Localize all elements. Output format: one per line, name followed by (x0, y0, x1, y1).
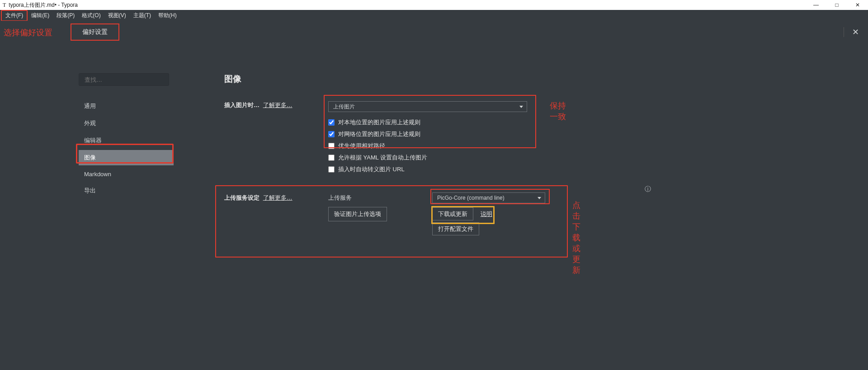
annotation-keep-consistent: 保持一致 (550, 100, 568, 122)
check-relative-path-box[interactable] (328, 143, 335, 149)
search-input[interactable] (79, 73, 169, 86)
upload-section-label: 上传服务设定 (224, 194, 259, 201)
sidebar-item-editor[interactable]: 编辑器 (79, 133, 174, 148)
preferences-tab[interactable]: 偏好设置 (71, 23, 119, 41)
menu-help[interactable]: 帮助(H) (155, 11, 180, 20)
menubar: 文件(F) 编辑(E) 段落(P) 格式(O) 视图(V) 主题(T) 帮助(H… (0, 10, 868, 21)
download-update-button[interactable]: 下载或更新 (432, 207, 473, 220)
menu-view[interactable]: 视图(V) (104, 11, 130, 20)
check-yaml-upload-label: 允许根据 YAML 设置自动上传图片 (338, 154, 427, 162)
check-escape-url[interactable]: 插入时自动转义图片 URL (328, 165, 568, 173)
maximize-button[interactable]: □ (826, 0, 847, 10)
help-icon[interactable]: ⓘ (645, 185, 651, 193)
check-relative-path-label: 优先使用相对路径 (338, 142, 385, 150)
check-yaml-upload[interactable]: 允许根据 YAML 设置自动上传图片 (328, 154, 568, 162)
check-local-rule[interactable]: 对本地位置的图片应用上述规则 (328, 118, 568, 126)
insert-action-dropdown[interactable]: 上传图片 (328, 101, 527, 112)
check-local-rule-label: 对本地位置的图片应用上述规则 (338, 118, 420, 126)
open-config-button[interactable]: 打开配置文件 (432, 222, 479, 235)
sidebar-item-image[interactable]: 图像 (79, 150, 174, 165)
titlebar: T typora上传图片.md• - Typora — □ ✕ (0, 0, 868, 10)
check-network-rule-box[interactable] (328, 131, 335, 137)
check-relative-path[interactable]: 优先使用相对路径 (328, 142, 568, 150)
close-button[interactable]: ✕ (847, 0, 868, 10)
settings-panel: 图像 插入图片时… 了解更多… 上传图片 对本地位置的图片应用上述规则 (224, 73, 568, 233)
check-escape-url-box[interactable] (328, 166, 335, 173)
preferences-content: 通用 外观 编辑器 图像 Markdown 导出 图像 插入图片时… 了解更多…… (0, 42, 868, 233)
insert-action-value: 上传图片 (333, 103, 355, 111)
menu-theme[interactable]: 主题(T) (130, 11, 155, 20)
window-title: typora上传图片.md• - Typora (9, 1, 78, 9)
sidebar: 通用 外观 编辑器 图像 Markdown 导出 (79, 73, 174, 233)
annotation-choose-pref: 选择偏好设置 (4, 27, 52, 38)
preferences-tab-label: 偏好设置 (82, 28, 108, 35)
upload-learn-more-link[interactable]: 了解更多… (263, 194, 292, 201)
insert-image-label: 插入图片时… (224, 102, 259, 108)
minimize-button[interactable]: — (806, 0, 826, 10)
check-local-rule-box[interactable] (328, 119, 335, 126)
check-escape-url-label: 插入时自动转义图片 URL (338, 165, 405, 173)
annotation-row: 选择偏好设置 偏好设置 ✕ (0, 21, 868, 42)
learn-more-link[interactable]: 了解更多… (263, 102, 292, 108)
validate-upload-button[interactable]: 验证图片上传选项 (328, 207, 387, 221)
check-network-rule[interactable]: 对网络位置的图片应用上述规则 (328, 130, 568, 138)
upload-service-value: PicGo-Core (command line) (437, 195, 505, 201)
menu-format[interactable]: 格式(O) (78, 11, 104, 20)
check-yaml-upload-box[interactable] (328, 155, 335, 161)
close-preferences-icon[interactable]: ✕ (844, 27, 859, 37)
menu-file[interactable]: 文件(F) (1, 10, 28, 21)
app-icon: T (3, 2, 6, 9)
upload-service-dropdown[interactable]: PicGo-Core (command line) (432, 192, 545, 203)
help-link[interactable]: 说明 (481, 211, 492, 217)
page-title: 图像 (224, 73, 568, 85)
annotation-click-download: 点击下载或更新 (572, 200, 580, 276)
menu-paragraph[interactable]: 段落(P) (53, 11, 78, 20)
check-network-rule-label: 对网络位置的图片应用上述规则 (338, 130, 420, 138)
menu-edit[interactable]: 编辑(E) (28, 11, 53, 20)
sidebar-item-markdown[interactable]: Markdown (79, 167, 174, 181)
sidebar-item-general[interactable]: 通用 (79, 98, 174, 114)
upload-service-label: 上传服务 (328, 194, 432, 202)
sidebar-item-appearance[interactable]: 外观 (79, 116, 174, 131)
sidebar-item-export[interactable]: 导出 (79, 183, 174, 198)
